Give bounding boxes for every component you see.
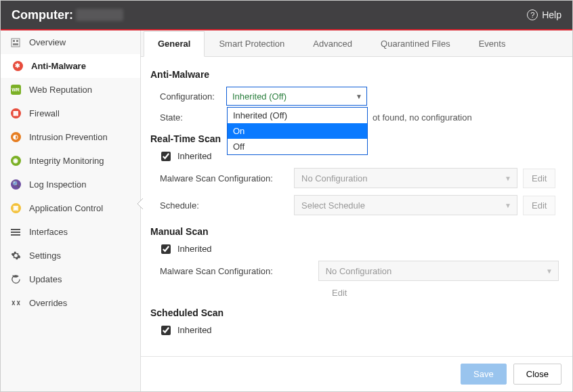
dropdown-option-on[interactable]: On: [228, 123, 367, 139]
sidebar-item-label: Settings: [29, 251, 61, 261]
chevron-down-icon: ▼: [356, 93, 362, 100]
combo-value: No Configuration: [301, 173, 368, 183]
configuration-select[interactable]: Inherited (Off) ▼ Inherited (Off) On Off: [226, 87, 367, 106]
general-panel: Anti-Malware Configuration: Inherited (O…: [141, 57, 572, 356]
title-prefix: Computer:: [12, 8, 73, 22]
web-reputation-icon: WR: [10, 85, 21, 95]
application-control-icon: ▣: [10, 203, 21, 214]
realtime-malware-config-label: Malware Scan Configuration:: [160, 173, 289, 183]
tab-events[interactable]: Events: [465, 31, 520, 57]
inherited-label: Inherited: [177, 325, 212, 335]
sidebar-item-label: Web Reputation: [29, 85, 92, 95]
sidebar-item-anti-malware[interactable]: ✱ Anti-Malware: [1, 54, 140, 78]
option-label: Inherited (Off): [233, 110, 287, 121]
tab-label: General: [158, 39, 190, 49]
manual-malware-edit-button[interactable]: Edit: [326, 285, 352, 301]
sidebar-item-label: Application Control: [29, 203, 103, 213]
tab-advanced[interactable]: Advanced: [299, 31, 366, 57]
manual-malware-config-select[interactable]: No Configuration ▼: [318, 261, 559, 281]
interfaces-icon: [10, 227, 21, 238]
inherited-label: Inherited: [177, 151, 212, 161]
realtime-malware-config-select[interactable]: No Configuration ▼: [294, 168, 517, 188]
svg-rect-3: [13, 43, 18, 45]
state-label: State:: [160, 112, 221, 123]
overrides-icon: [10, 298, 21, 309]
realtime-schedule-select[interactable]: Select Schedule ▼: [294, 195, 517, 215]
updates-icon: [10, 274, 21, 285]
tab-smart-protection[interactable]: Smart Protection: [205, 31, 299, 57]
tab-label: Smart Protection: [219, 39, 284, 49]
section-anti-malware: Anti-Malware: [150, 69, 559, 80]
option-label: Off: [233, 141, 245, 152]
sidebar-item-firewall[interactable]: ▦ Firewall: [1, 102, 140, 125]
sidebar-item-label: Anti-Malware: [31, 61, 86, 71]
integrity-monitoring-icon: ◉: [10, 156, 21, 167]
sidebar-item-application-control[interactable]: ▣ Application Control: [1, 196, 140, 220]
svg-rect-0: [12, 39, 20, 47]
sidebar-item-updates[interactable]: Updates: [1, 267, 140, 291]
tab-label: Quarantined Files: [381, 39, 450, 49]
sidebar-item-label: Log Inspection: [29, 179, 87, 190]
save-button[interactable]: Save: [461, 364, 507, 385]
chevron-down-icon: ▼: [505, 175, 511, 182]
dropdown-option-inherited[interactable]: Inherited (Off): [228, 108, 367, 123]
sidebar-item-label: Updates: [29, 274, 62, 284]
chevron-down-icon: ▼: [505, 202, 511, 209]
sidebar-item-interfaces[interactable]: Interfaces: [1, 220, 140, 244]
sidebar-item-label: Intrusion Prevention: [29, 132, 108, 142]
window-title: Computer:: [12, 8, 123, 22]
log-inspection-icon: 🔍: [10, 179, 21, 190]
sidebar-item-integrity-monitoring[interactable]: ◉ Integrity Monitoring: [1, 149, 140, 173]
firewall-icon: ▦: [10, 108, 21, 119]
inherited-label: Inherited: [177, 244, 212, 254]
section-scheduled-scan: Scheduled Scan: [150, 307, 559, 318]
tab-bar: General Smart Protection Advanced Quaran…: [141, 30, 572, 57]
realtime-malware-edit-button[interactable]: Edit: [523, 169, 555, 188]
chevron-down-icon: ▼: [546, 267, 553, 275]
sidebar-item-log-inspection[interactable]: 🔍 Log Inspection: [1, 173, 140, 196]
combo-value: Select Schedule: [301, 200, 365, 211]
intrusion-prevention-icon: ◐: [10, 132, 21, 143]
anti-malware-icon: ✱: [12, 61, 23, 72]
state-value: ot found, no configuration: [373, 112, 472, 123]
scheduled-inherited-checkbox[interactable]: [161, 326, 171, 335]
help-icon: ?: [527, 9, 538, 20]
realtime-schedule-edit-button[interactable]: Edit: [523, 196, 555, 215]
sidebar-item-web-reputation[interactable]: WR Web Reputation: [1, 78, 140, 102]
window-header: Computer: ? Help: [1, 1, 572, 29]
sidebar-item-settings[interactable]: Settings: [1, 244, 140, 267]
configuration-dropdown: Inherited (Off) On Off: [227, 107, 368, 155]
computer-name-redacted: [76, 9, 123, 21]
sidebar-item-label: Integrity Monitoring: [29, 156, 104, 166]
sidebar-item-overrides[interactable]: Overrides: [1, 291, 140, 315]
settings-icon: [10, 251, 21, 261]
sidebar: Overview ✱ Anti-Malware WR Web Reputatio…: [1, 30, 141, 391]
sidebar-item-label: Interfaces: [29, 227, 68, 237]
section-manual-scan: Manual Scan: [150, 226, 559, 237]
sidebar-item-intrusion-prevention[interactable]: ◐ Intrusion Prevention: [1, 125, 140, 149]
svg-rect-2: [16, 40, 18, 42]
help-label: Help: [542, 9, 561, 20]
tab-quarantined-files[interactable]: Quarantined Files: [366, 31, 465, 57]
sidebar-item-overview[interactable]: Overview: [1, 30, 140, 54]
footer: Save Close: [141, 356, 572, 391]
realtime-inherited-checkbox[interactable]: [161, 152, 171, 161]
sidebar-item-label: Overrides: [29, 298, 67, 308]
tab-label: Advanced: [313, 39, 352, 49]
sidebar-item-label: Firewall: [29, 108, 60, 118]
manual-inherited-checkbox[interactable]: [161, 244, 171, 254]
option-label: On: [233, 126, 245, 136]
schedule-label: Schedule:: [160, 200, 289, 211]
manual-malware-config-label: Malware Scan Configuration:: [160, 266, 284, 276]
configuration-select-value: Inherited (Off): [232, 91, 286, 102]
tab-label: Events: [479, 39, 506, 49]
help-button[interactable]: ? Help: [527, 9, 561, 20]
dropdown-option-off[interactable]: Off: [228, 139, 367, 154]
sidebar-item-label: Overview: [29, 37, 66, 47]
combo-value: No Configuration: [326, 266, 392, 276]
close-button[interactable]: Close: [513, 364, 561, 385]
tab-general[interactable]: General: [144, 31, 205, 57]
svg-rect-1: [13, 40, 15, 42]
overview-icon: [10, 37, 21, 48]
sidebar-grip-icon[interactable]: [135, 196, 145, 211]
